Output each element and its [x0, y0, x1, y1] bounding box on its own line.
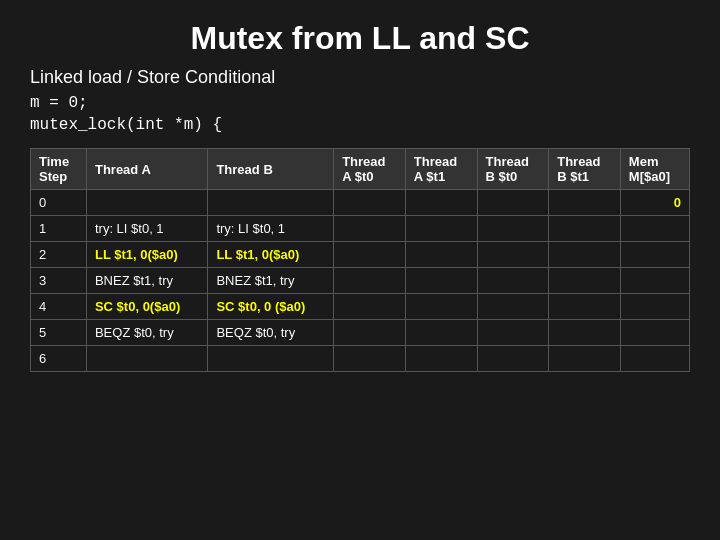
slide: Mutex from LL and SC Linked load / Store…: [0, 0, 720, 540]
reg-bt1-cell: [549, 216, 621, 242]
table-row: 1try: LI $t0, 1try: LI $t0, 1: [31, 216, 690, 242]
table-row: 2LL $t1, 0($a0)LL $t1, 0($a0): [31, 242, 690, 268]
mem-cell: 0: [620, 190, 689, 216]
thread-b-cell: [208, 190, 334, 216]
reg-bt0-cell: [477, 346, 549, 372]
mem-cell: [620, 216, 689, 242]
col-reg-at0: ThreadA $t0: [334, 149, 406, 190]
mem-cell: [620, 320, 689, 346]
thread-a-cell: BEQZ $t0, try: [86, 320, 207, 346]
reg-at0-cell: [334, 294, 406, 320]
reg-at0-cell: [334, 242, 406, 268]
thread-a-cell: LL $t1, 0($a0): [86, 242, 207, 268]
reg-bt0-cell: [477, 294, 549, 320]
reg-bt1-cell: [549, 346, 621, 372]
table-container: TimeStep Thread A Thread B ThreadA $t0 T…: [30, 148, 690, 520]
reg-bt1-cell: [549, 190, 621, 216]
step-cell: 0: [31, 190, 87, 216]
reg-at1-cell: [405, 216, 477, 242]
reg-bt1-cell: [549, 242, 621, 268]
reg-bt0-cell: [477, 320, 549, 346]
subtitle: Linked load / Store Conditional: [30, 67, 690, 88]
thread-b-cell: LL $t1, 0($a0): [208, 242, 334, 268]
table-header-row: TimeStep Thread A Thread B ThreadA $t0 T…: [31, 149, 690, 190]
step-cell: 2: [31, 242, 87, 268]
reg-bt1-cell: [549, 294, 621, 320]
thread-b-cell: SC $t0, 0 ($a0): [208, 294, 334, 320]
reg-at1-cell: [405, 268, 477, 294]
step-cell: 4: [31, 294, 87, 320]
col-reg-bt0: ThreadB $t0: [477, 149, 549, 190]
mem-cell: [620, 268, 689, 294]
mem-cell: [620, 346, 689, 372]
step-cell: 5: [31, 320, 87, 346]
reg-at1-cell: [405, 242, 477, 268]
col-time: TimeStep: [31, 149, 87, 190]
reg-at0-cell: [334, 190, 406, 216]
reg-at0-cell: [334, 346, 406, 372]
thread-a-cell: BNEZ $t1, try: [86, 268, 207, 294]
col-mem: MemM[$a0]: [620, 149, 689, 190]
thread-a-cell: [86, 190, 207, 216]
col-reg-bt1: ThreadB $t1: [549, 149, 621, 190]
col-reg-at1: ThreadA $t1: [405, 149, 477, 190]
reg-at0-cell: [334, 216, 406, 242]
table-row: 4SC $t0, 0($a0)SC $t0, 0 ($a0): [31, 294, 690, 320]
main-table: TimeStep Thread A Thread B ThreadA $t0 T…: [30, 148, 690, 372]
thread-a-cell: SC $t0, 0($a0): [86, 294, 207, 320]
table-row: 5BEQZ $t0, tryBEQZ $t0, try: [31, 320, 690, 346]
thread-b-cell: try: LI $t0, 1: [208, 216, 334, 242]
mem-cell: [620, 294, 689, 320]
thread-b-cell: BNEZ $t1, try: [208, 268, 334, 294]
step-cell: 3: [31, 268, 87, 294]
code-line-1: m = 0;: [30, 94, 690, 112]
table-row: 00: [31, 190, 690, 216]
col-thread-a: Thread A: [86, 149, 207, 190]
reg-at1-cell: [405, 294, 477, 320]
col-thread-b: Thread B: [208, 149, 334, 190]
reg-bt1-cell: [549, 320, 621, 346]
reg-at1-cell: [405, 190, 477, 216]
reg-at0-cell: [334, 268, 406, 294]
thread-b-cell: [208, 346, 334, 372]
reg-at1-cell: [405, 320, 477, 346]
thread-b-cell: BEQZ $t0, try: [208, 320, 334, 346]
reg-bt0-cell: [477, 242, 549, 268]
reg-bt0-cell: [477, 268, 549, 294]
reg-at0-cell: [334, 320, 406, 346]
step-cell: 1: [31, 216, 87, 242]
thread-a-cell: try: LI $t0, 1: [86, 216, 207, 242]
main-title: Mutex from LL and SC: [30, 20, 690, 57]
mem-cell: [620, 242, 689, 268]
table-row: 3BNEZ $t1, tryBNEZ $t1, try: [31, 268, 690, 294]
thread-a-cell: [86, 346, 207, 372]
reg-bt0-cell: [477, 216, 549, 242]
code-line-2: mutex_lock(int *m) {: [30, 116, 690, 134]
reg-bt0-cell: [477, 190, 549, 216]
reg-bt1-cell: [549, 268, 621, 294]
table-row: 6: [31, 346, 690, 372]
step-cell: 6: [31, 346, 87, 372]
reg-at1-cell: [405, 346, 477, 372]
